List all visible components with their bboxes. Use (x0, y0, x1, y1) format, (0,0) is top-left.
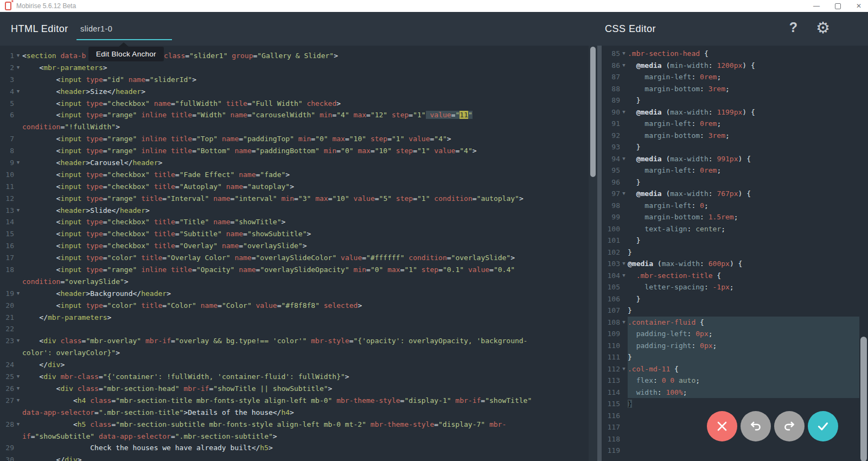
code-line[interactable]: 28▼ <h5 class="mbr-section-subtitle mbr-… (0, 419, 589, 431)
undo-button[interactable] (741, 411, 771, 441)
code-line[interactable]: 16 <input type="checkbox" title="Overlay… (0, 240, 589, 252)
fold-arrow-icon[interactable]: ▼ (14, 288, 22, 300)
code-line[interactable]: 5 <input type="checkbox" name="fullWidth… (0, 98, 589, 110)
fold-arrow-icon[interactable]: ▼ (620, 60, 628, 72)
close-button[interactable]: ✕ (856, 0, 861, 12)
fold-arrow-icon[interactable]: ▼ (14, 50, 22, 62)
code-line[interactable]: 95 margin-left: 0rem; (602, 165, 859, 176)
fold-arrow-icon[interactable]: ▼ (14, 383, 22, 395)
cancel-button[interactable] (707, 411, 737, 441)
fold-arrow-icon[interactable]: ▼ (14, 371, 22, 383)
minimize-button[interactable]: — (813, 0, 820, 12)
code-line[interactable]: 25▼ <div mbr-class="{'container': !fullW… (0, 371, 589, 383)
redo-button[interactable] (774, 411, 805, 441)
fold-arrow-icon[interactable]: ▼ (620, 258, 628, 270)
fold-arrow-icon[interactable]: ▼ (620, 106, 628, 118)
gear-icon[interactable]: ⚙ (816, 18, 830, 37)
code-line[interactable]: color': overlayColor}"> (0, 347, 589, 359)
code-line[interactable]: 100 text-align: center; (602, 223, 859, 235)
fold-arrow-icon[interactable]: ▼ (620, 317, 628, 329)
help-icon[interactable]: ? (789, 20, 797, 35)
code-line[interactable]: 107} (602, 305, 859, 317)
code-line[interactable]: 26▼ <div class="mbr-section-head" mbr-if… (0, 383, 589, 395)
css-editor-scrollbar-thumb[interactable] (860, 337, 867, 461)
html-editor-scrollbar-thumb[interactable] (590, 47, 596, 177)
code-line[interactable]: 99 margin-bottom: 1.5rem; (602, 211, 859, 223)
code-line[interactable]: 106 } (602, 293, 859, 305)
code-line[interactable]: 11 <input type="checkbox" title="Autopla… (0, 181, 589, 193)
code-line[interactable]: 8 <input type="range" inline title="Bott… (0, 145, 589, 157)
code-line[interactable]: 112▼.col-md-11 { (602, 363, 859, 375)
code-line[interactable]: 110 padding-right: 0px; (602, 340, 859, 352)
fold-arrow-icon[interactable]: ▼ (14, 419, 22, 431)
code-line[interactable]: 10 <input type="checkbox" title="Fade Ef… (0, 169, 589, 181)
code-line[interactable]: data-app-selector=".mbr-section-title">D… (0, 407, 589, 419)
maximize-button[interactable] (835, 3, 841, 9)
fold-arrow-icon[interactable]: ▼ (620, 363, 628, 375)
code-line[interactable]: 114 width: 100%; (602, 387, 859, 399)
code-line[interactable]: 115} (602, 398, 859, 410)
fold-arrow-icon[interactable]: ▼ (620, 270, 628, 282)
code-line[interactable]: 3 <input type="id" name="sliderId"> (0, 74, 589, 86)
fold-arrow-icon[interactable]: ▼ (14, 86, 22, 98)
code-line[interactable]: 102} (602, 247, 859, 258)
code-line[interactable]: condition="overlaySlide"> (0, 276, 589, 288)
code-line[interactable]: 18 <input type="range" inline title="Opa… (0, 264, 589, 276)
code-line[interactable]: 27▼ <h4 class="mbr-section-title mbr-fon… (0, 395, 589, 407)
tab-slider1-0[interactable]: slider1-0 (76, 12, 172, 46)
fold-arrow-icon[interactable]: ▼ (620, 48, 628, 60)
code-line[interactable]: 92 margin-bottom: 3rem; (602, 130, 859, 142)
html-editor-scrollbar[interactable] (589, 46, 597, 461)
code-line[interactable]: 30 </div> (0, 454, 589, 461)
css-editor-scrollbar[interactable] (859, 46, 868, 461)
code-line[interactable]: 21 </mbr-parameters> (0, 312, 589, 324)
code-line[interactable]: 93 } (602, 141, 859, 153)
code-line[interactable]: 14 <input type="checkbox" title="Title" … (0, 216, 589, 228)
css-code-editor[interactable]: 85▼.mbr-section-head {86▼ @media (min-wi… (602, 46, 859, 461)
code-line[interactable]: 113 flex: 0 0 auto; (602, 375, 859, 387)
code-line[interactable]: 6 <input type="range" inline title="Widt… (0, 109, 589, 121)
code-line[interactable]: 85▼.mbr-section-head { (602, 48, 859, 60)
code-line[interactable]: 86▼ @media (min-width: 1200px) { (602, 60, 859, 72)
code-line[interactable]: 9▼ <header>Carousel</header> (0, 157, 589, 169)
code-line[interactable]: 104▼ .mbr-section-title { (602, 270, 859, 282)
code-line[interactable]: 29 Check the houses we have already buil… (0, 442, 589, 454)
code-line[interactable]: 108▼.container-fluid { (602, 317, 859, 329)
fold-arrow-icon[interactable]: ▼ (14, 205, 22, 217)
code-line[interactable]: 111} (602, 351, 859, 363)
code-line[interactable]: 98 margin-left: 0; (602, 200, 859, 212)
code-line[interactable]: 88 margin-bottom: 3rem; (602, 83, 859, 95)
fold-arrow-icon[interactable]: ▼ (620, 153, 628, 165)
code-line[interactable]: 87 margin-left: 0rem; (602, 71, 859, 83)
code-line[interactable]: 19▼ <header>Background</header> (0, 288, 589, 300)
code-line[interactable]: condition="!fullWidth"> (0, 121, 589, 133)
code-line[interactable]: 89 } (602, 94, 859, 106)
html-code-editor[interactable]: 1▼<section data-b' class="slider1" group… (0, 46, 589, 461)
code-line[interactable]: 91 margin-left: 0rem; (602, 118, 859, 130)
code-line[interactable]: 119 (602, 445, 859, 457)
apply-button[interactable] (808, 411, 838, 441)
code-line[interactable]: 24 </div> (0, 359, 589, 371)
code-line[interactable]: 12 <input type="range" title="Interval" … (0, 193, 589, 205)
fold-arrow-icon[interactable]: ▼ (620, 188, 628, 200)
code-line[interactable]: if="showSubtitle" data-app-selector=".mb… (0, 431, 589, 443)
fold-arrow-icon[interactable]: ▼ (14, 395, 22, 407)
code-line[interactable]: 15 <input type="checkbox" title="Subtitl… (0, 228, 589, 240)
code-line[interactable]: 7 <input type="range" inline title="Top"… (0, 133, 589, 145)
fold-arrow-icon[interactable]: ▼ (14, 335, 22, 347)
code-line[interactable]: 109 padding-left: 0px; (602, 328, 859, 340)
code-line[interactable]: 2▼ <mbr-parameters> (0, 62, 589, 74)
fold-arrow-icon[interactable]: ▼ (14, 157, 22, 169)
code-line[interactable]: 94▼ @media (max-width: 991px) { (602, 153, 859, 165)
code-line[interactable]: 23▼ <div class="mbr-overlay" mbr-if="ove… (0, 335, 589, 347)
code-line[interactable]: 4▼ <header>Size</header> (0, 86, 589, 98)
code-line[interactable]: 13▼ <header>Slide</header> (0, 205, 589, 217)
code-line[interactable]: 20 <input type="color" title="Color" nam… (0, 300, 589, 312)
code-line[interactable]: 101 } (602, 235, 859, 247)
code-line[interactable]: 96 } (602, 176, 859, 188)
code-line[interactable]: 105 letter-spacing: -1px; (602, 281, 859, 293)
fold-arrow-icon[interactable]: ▼ (14, 62, 22, 74)
code-line[interactable]: 97▼ @media (max-width: 767px) { (602, 188, 859, 200)
code-line[interactable]: 103▼@media (max-width: 600px) { (602, 258, 859, 270)
code-line[interactable]: 90▼ @media (max-width: 1199px) { (602, 106, 859, 118)
